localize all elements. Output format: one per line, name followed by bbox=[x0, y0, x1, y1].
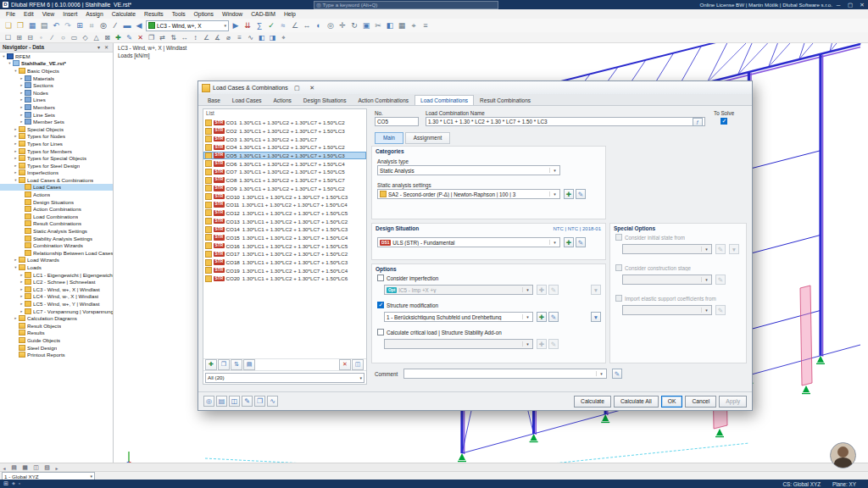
tree-item-lines[interactable]: ▸Lines bbox=[0, 97, 113, 104]
combination-row-co12[interactable]: STRCO121.30*LC1 + 1.30*LC2 + 1.30*LC7 + … bbox=[203, 209, 366, 218]
new-model-icon[interactable]: ❏ bbox=[3, 19, 14, 31]
erase-icon[interactable]: ✕ bbox=[135, 33, 146, 42]
menu-help[interactable]: Help bbox=[280, 11, 300, 17]
pan-icon[interactable]: ✛ bbox=[337, 19, 348, 31]
new-structure-modification-button[interactable]: ✚ bbox=[537, 312, 547, 322]
tree-item-basic-objects[interactable]: ▾Basic Objects bbox=[0, 67, 113, 75]
tree-item-members[interactable]: ▸Members bbox=[0, 103, 113, 111]
delete-object-icon[interactable]: ⊠ bbox=[102, 33, 113, 42]
combination-row-co4[interactable]: STRCO41.30*LC1 + 1.30*LC2 + 1.30*LC7 + 1… bbox=[203, 143, 366, 152]
menu-options[interactable]: Options bbox=[190, 11, 218, 17]
combination-row-co17[interactable]: STRCO171.30*LC1 + 1.30*LC2 + 1.30*LC7 + … bbox=[203, 250, 366, 258]
tree-item-rfem[interactable]: ▾RFEM bbox=[0, 53, 113, 60]
tree-item-load-combinations[interactable]: Load Combinations bbox=[0, 213, 113, 220]
edit-analysis-settings-button[interactable]: ✎ bbox=[576, 189, 586, 199]
consider-imperfection-checkbox[interactable]: Consider imperfection bbox=[377, 274, 438, 281]
dialog-tab-result-combinations[interactable]: Result Combinations bbox=[474, 95, 537, 105]
measure-icon[interactable]: ∠ bbox=[289, 19, 301, 31]
structure-modification-checkbox-box[interactable] bbox=[377, 302, 384, 308]
function-icon[interactable]: ∿ bbox=[245, 33, 256, 42]
invert-selection-icon[interactable]: ⊟ bbox=[25, 33, 36, 42]
navigator-data-tab-icon[interactable]: ▤ bbox=[8, 464, 19, 471]
maximize-icon[interactable]: ▢ bbox=[844, 2, 856, 8]
insert-line-icon[interactable]: ∕ bbox=[47, 33, 58, 42]
tree-item-types-for-special-objects[interactable]: ▸Types for Special Objects bbox=[0, 154, 113, 162]
tree-item-relationship-between-load-cases[interactable]: Relationship Between Load Cases bbox=[0, 249, 113, 257]
notes-icon[interactable]: ▤ bbox=[216, 396, 227, 407]
undo-icon[interactable]: ↶ bbox=[50, 19, 62, 31]
dialog-tab-design-situations[interactable]: Design Situations bbox=[298, 95, 353, 105]
stretch-horizontal-icon[interactable]: ↔ bbox=[179, 33, 190, 42]
dimension-icon[interactable]: ↔ bbox=[301, 19, 313, 31]
edit-object-icon[interactable]: ✎ bbox=[124, 33, 135, 42]
critical-load-checkbox-box[interactable] bbox=[377, 329, 384, 336]
shade-right-icon[interactable]: ◨ bbox=[267, 33, 278, 42]
ok-button[interactable]: OK bbox=[661, 396, 683, 408]
expander-icon[interactable]: ▸ bbox=[19, 302, 25, 306]
select-icon[interactable]: ☐ bbox=[3, 33, 14, 42]
to-solve-checkbox[interactable] bbox=[721, 118, 727, 125]
calculate-icon[interactable]: ∑ bbox=[253, 19, 265, 31]
window-selection-icon[interactable]: ⊞ bbox=[14, 33, 25, 42]
apply-button[interactable]: Apply bbox=[719, 396, 747, 408]
expander-icon[interactable]: ▸ bbox=[19, 97, 25, 102]
expander-icon[interactable]: ▾ bbox=[13, 265, 19, 269]
menu-file[interactable]: File bbox=[2, 11, 19, 17]
tree-item-types-for-steel-design[interactable]: ▸Types for Steel Design bbox=[0, 162, 113, 169]
dialog-tab-base[interactable]: Base bbox=[202, 95, 226, 105]
insert-node-icon[interactable]: ◎ bbox=[97, 19, 109, 31]
combination-row-co11[interactable]: STRCO111.30*LC1 + 1.30*LC2 + 1.30*LC7 + … bbox=[203, 201, 366, 209]
expander-icon[interactable]: ▸ bbox=[13, 156, 19, 160]
next-load-case-button[interactable]: ▶ bbox=[230, 19, 242, 31]
combination-row-co3[interactable]: STRCO31.30*LC1 + 1.30*LC2 + 1.30*LC7 bbox=[203, 135, 366, 143]
column-settings-icon[interactable]: ◫ bbox=[352, 359, 364, 370]
tree-item-lc5-wind-w-y-windlast[interactable]: ▸LC5 - Wind, w+, Y | Windlast bbox=[0, 300, 113, 308]
navigator-views-tab-icon[interactable]: ◫ bbox=[31, 464, 42, 471]
guidelines-icon[interactable]: ≡ bbox=[420, 19, 431, 31]
tree-item-guide-objects[interactable]: Guide Objects bbox=[0, 336, 113, 344]
tree-item-load-cases[interactable]: Load Cases bbox=[0, 184, 113, 191]
tree-item-member-sets[interactable]: ▸Member Sets bbox=[0, 118, 113, 125]
load-case-selector[interactable]: LC3 - Wind, w+, X ▾ bbox=[146, 20, 229, 31]
select-rows-icon[interactable]: ▤ bbox=[243, 359, 255, 370]
menu-insert[interactable]: Insert bbox=[58, 11, 81, 17]
expander-icon[interactable]: ▸ bbox=[19, 113, 25, 117]
menu-results[interactable]: Results bbox=[140, 11, 168, 17]
expander-icon[interactable]: ▸ bbox=[19, 91, 25, 95]
tree-item-design-situations[interactable]: Design Situations bbox=[0, 198, 113, 206]
tree-item-types-for-nodes[interactable]: ▸Types for Nodes bbox=[0, 133, 113, 141]
menu-edit[interactable]: Edit bbox=[19, 11, 38, 17]
tree-item-lc3-wind-w-x-windlast[interactable]: ▸LC3 - Wind, w+, X | Windlast bbox=[0, 286, 113, 293]
zoom-icon[interactable]: ◎ bbox=[325, 19, 337, 31]
clip-icon[interactable]: ✂ bbox=[372, 19, 384, 31]
expander-icon[interactable]: ▾ bbox=[1, 54, 7, 58]
snap-target-icon[interactable]: ⌖ bbox=[278, 33, 289, 42]
expander-icon[interactable]: ▾ bbox=[13, 69, 19, 73]
expander-icon[interactable]: ▾ bbox=[7, 61, 13, 65]
tree-item-stability-analysis-settings[interactable]: Stability Analysis Settings bbox=[0, 235, 113, 242]
combination-name-field[interactable]: 1.30 * LC1 + 1.30 * LC2 + 1.30 * LC7 + 1… bbox=[426, 117, 705, 126]
navigator-display-tab-icon[interactable]: ▦ bbox=[19, 464, 31, 471]
tree-item-special-objects[interactable]: ▸Special Objects bbox=[0, 125, 113, 133]
show-results-icon[interactable]: ≈ bbox=[277, 19, 289, 31]
insert-member-icon[interactable]: ▬ bbox=[121, 19, 133, 31]
design-situation-dropdown[interactable]: DS1 ULS (STR) - Fundamental ▾ bbox=[377, 237, 560, 247]
combination-row-co2[interactable]: STRCO21.30*LC1 + 1.30*LC2 + 1.30*LC7 + 1… bbox=[203, 127, 366, 136]
copy-combination-icon[interactable]: ❐ bbox=[218, 359, 230, 370]
tree-item-nodes[interactable]: ▸Nodes bbox=[0, 89, 113, 97]
rotate-view-icon[interactable]: ↻ bbox=[348, 19, 360, 31]
navigator-menu-icon[interactable]: ▾ bbox=[95, 44, 103, 50]
shade-left-icon[interactable]: ◧ bbox=[256, 33, 267, 42]
expander-icon[interactable]: ▸ bbox=[13, 164, 19, 168]
edit-tool-icon[interactable]: ✎ bbox=[242, 396, 253, 407]
expander-icon[interactable]: ▸ bbox=[19, 294, 25, 298]
panel-next-icon[interactable]: ▸ bbox=[53, 465, 61, 471]
tree-item-lc4-wind-w-x-windlast[interactable]: ▸LC4 - Wind, w-, X | Windlast bbox=[0, 293, 113, 301]
insert-support-icon[interactable]: △ bbox=[91, 33, 102, 42]
insert-opening-icon[interactable]: ◇ bbox=[80, 33, 91, 42]
tree-item-materials[interactable]: ▸Materials bbox=[0, 75, 113, 82]
edit-structure-modification-button[interactable]: ✎ bbox=[548, 312, 559, 322]
dialog-titlebar[interactable]: Load Cases & Combinations ▢ ✕ bbox=[198, 81, 752, 95]
edit-formula-button[interactable]: ƒ bbox=[693, 118, 703, 126]
snap-toggle-icon[interactable]: ⌖ bbox=[12, 480, 15, 487]
